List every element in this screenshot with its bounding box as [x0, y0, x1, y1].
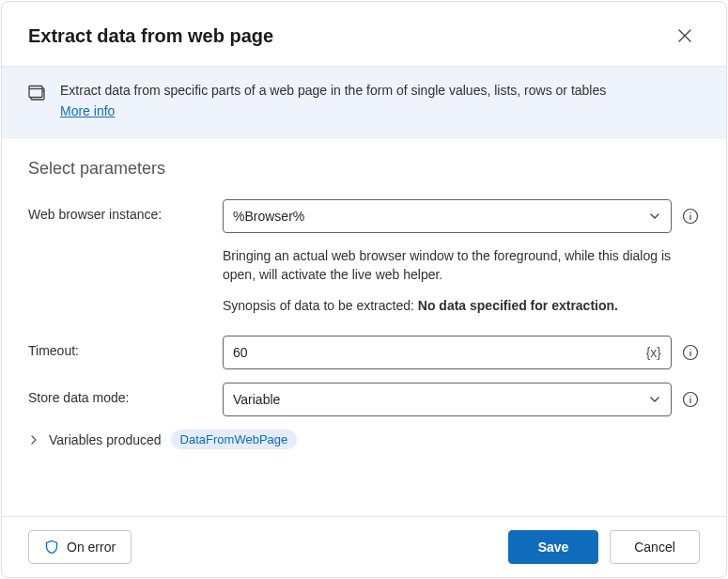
info-icon	[682, 344, 699, 361]
label-store-mode: Store data mode:	[28, 383, 211, 405]
variables-label: Variables produced	[49, 432, 162, 447]
dialog-header: Extract data from web page	[2, 2, 726, 66]
browser-helper: Bringing an actual web browser window to…	[223, 246, 700, 315]
info-button-browser[interactable]	[681, 207, 700, 226]
web-browser-select[interactable]: %Browser%	[223, 199, 672, 233]
svg-rect-1	[29, 86, 42, 98]
close-button[interactable]	[670, 21, 700, 51]
banner-text: Extract data from specific parts of a we…	[60, 82, 606, 120]
svg-point-7	[689, 396, 690, 397]
svg-point-5	[689, 349, 690, 350]
synopsis-bold: No data specified for extraction.	[418, 298, 618, 313]
save-button[interactable]: Save	[508, 530, 598, 564]
row-web-browser: Web browser instance: %Browser% Bringing…	[28, 199, 700, 315]
chevron-down-icon	[648, 210, 661, 223]
store-mode-select-value: Variable	[233, 392, 280, 407]
on-error-label: On error	[67, 540, 116, 555]
shield-icon	[44, 540, 59, 555]
dialog-footer: On error Save Cancel	[2, 516, 726, 577]
on-error-button[interactable]: On error	[28, 530, 132, 564]
browser-extract-icon	[28, 84, 47, 120]
info-button-timeout[interactable]	[681, 343, 700, 362]
dialog-title: Extract data from web page	[28, 25, 670, 47]
svg-point-3	[689, 212, 690, 213]
info-icon	[682, 208, 699, 225]
label-timeout: Timeout:	[28, 336, 211, 358]
info-button-store-mode[interactable]	[681, 390, 700, 409]
variable-pill[interactable]: DataFromWebPage	[171, 430, 298, 449]
browser-helper-line1: Bringing an actual web browser window to…	[223, 246, 700, 285]
label-web-browser: Web browser instance:	[28, 199, 211, 222]
cancel-label: Cancel	[634, 540, 675, 555]
variables-expand-toggle[interactable]	[28, 434, 39, 446]
save-label: Save	[538, 540, 569, 555]
synopsis-prefix: Synopsis of data to be extracted:	[223, 298, 418, 313]
chevron-right-icon	[28, 434, 39, 446]
dialog: Extract data from web page Extract data …	[1, 1, 727, 578]
info-icon	[682, 391, 699, 408]
row-store-mode: Store data mode: Variable	[28, 383, 700, 416]
timeout-value: 60	[233, 345, 248, 360]
store-mode-select[interactable]: Variable	[223, 383, 672, 416]
web-browser-select-value: %Browser%	[233, 209, 304, 224]
section-title: Select parameters	[28, 159, 700, 179]
banner-description: Extract data from specific parts of a we…	[60, 83, 606, 98]
chevron-down-icon	[648, 393, 661, 406]
dialog-body: Select parameters Web browser instance: …	[2, 138, 726, 516]
close-icon	[678, 29, 691, 42]
cancel-button[interactable]: Cancel	[610, 530, 700, 564]
timeout-input[interactable]: 60 {x}	[223, 336, 672, 369]
info-banner: Extract data from specific parts of a we…	[2, 66, 726, 138]
variable-token-icon[interactable]: {x}	[646, 345, 661, 360]
more-info-link[interactable]: More info	[60, 102, 115, 121]
row-timeout: Timeout: 60 {x}	[28, 336, 700, 369]
synopsis-line: Synopsis of data to be extracted: No dat…	[223, 296, 700, 315]
variables-produced-row: Variables produced DataFromWebPage	[28, 430, 700, 449]
